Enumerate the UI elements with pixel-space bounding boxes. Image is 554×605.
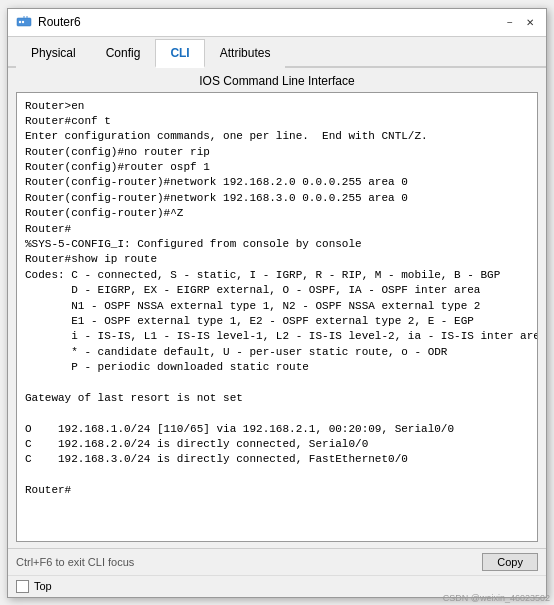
- title-bar: Router6 − ✕: [8, 9, 546, 37]
- cli-hint: Ctrl+F6 to exit CLI focus: [16, 556, 134, 568]
- title-bar-left: Router6: [16, 14, 81, 30]
- title-controls: − ✕: [502, 14, 538, 30]
- router-icon: [16, 14, 32, 30]
- copy-button[interactable]: Copy: [482, 553, 538, 571]
- window-title: Router6: [38, 15, 81, 29]
- main-window: Router6 − ✕ Physical Config CLI Attribut…: [7, 8, 547, 598]
- minimize-button[interactable]: −: [502, 14, 518, 30]
- svg-point-2: [22, 21, 24, 23]
- content-area: IOS Command Line Interface Router>en Rou…: [8, 68, 546, 548]
- tab-bar: Physical Config CLI Attributes: [8, 37, 546, 68]
- tab-cli[interactable]: CLI: [155, 39, 204, 68]
- watermark: CSDN @weixin_46023502: [443, 593, 550, 603]
- cli-section-label: IOS Command Line Interface: [16, 74, 538, 88]
- terminal-output[interactable]: Router>en Router#conf t Enter configurat…: [16, 92, 538, 542]
- top-label: Top: [34, 580, 52, 592]
- tab-config[interactable]: Config: [91, 39, 156, 68]
- top-checkbox[interactable]: [16, 580, 29, 593]
- svg-point-1: [19, 21, 21, 23]
- bottom-bar: Ctrl+F6 to exit CLI focus Copy: [8, 548, 546, 575]
- close-button[interactable]: ✕: [522, 14, 538, 30]
- tab-attributes[interactable]: Attributes: [205, 39, 286, 68]
- tab-physical[interactable]: Physical: [16, 39, 91, 68]
